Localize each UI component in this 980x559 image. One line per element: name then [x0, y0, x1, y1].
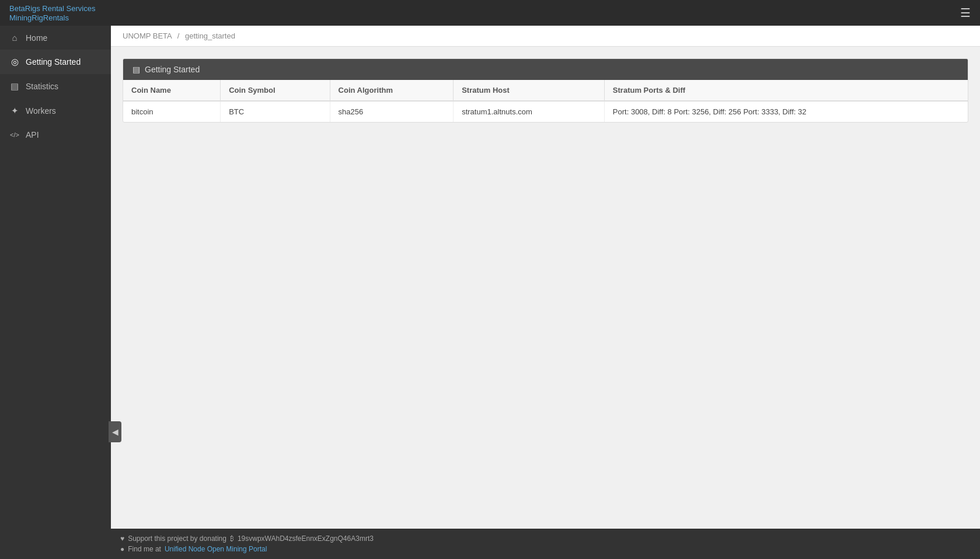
- sidebar-item-getting-started[interactable]: ◎ Getting Started: [0, 50, 111, 74]
- btc-address: 19svwpxWAhD4zsfeEnnxExZgnQ46A3mrt3: [238, 534, 374, 543]
- sidebar-item-api-label: API: [26, 130, 39, 139]
- circle-icon: ●: [120, 545, 124, 553]
- sidebar-item-home[interactable]: ⌂ Home: [0, 26, 111, 50]
- find-link[interactable]: Unified Node Open Mining Portal: [165, 545, 267, 553]
- topbar-links: BetaRigs Rental Services MiningRigRental…: [9, 4, 101, 22]
- card-header: ▤ Getting Started: [123, 59, 968, 80]
- sidebar-item-getting-started-label: Getting Started: [26, 57, 81, 67]
- hamburger-icon[interactable]: ☰: [960, 6, 971, 20]
- find-text: Find me at: [128, 545, 161, 553]
- cell-stratum-ports: Port: 3008, Diff: 8 Port: 3256, Diff: 25…: [604, 101, 968, 122]
- breadcrumb: UNOMP BETA / getting_started: [111, 26, 980, 47]
- breadcrumb-app: UNOMP BETA: [123, 32, 172, 40]
- col-coin-symbol: Coin Symbol: [221, 80, 330, 101]
- sidebar-item-home-label: Home: [26, 33, 47, 43]
- sidebar-item-statistics-label: Statistics: [26, 82, 58, 91]
- card-header-title: Getting Started: [145, 65, 200, 74]
- col-coin-name: Coin Name: [123, 80, 221, 101]
- breadcrumb-page: getting_started: [185, 32, 235, 40]
- donate-text: Support this project by donating: [128, 534, 226, 543]
- sidebar-item-workers-label: Workers: [26, 106, 56, 116]
- col-stratum-ports: Stratum Ports & Diff: [604, 80, 968, 101]
- footer: ♥ Support this project by donating ₿ 19s…: [111, 529, 980, 559]
- sidebar-item-api[interactable]: </> API: [0, 123, 111, 146]
- api-icon: </>: [9, 131, 20, 138]
- workers-icon: ✦: [9, 106, 20, 116]
- sidebar-item-workers[interactable]: ✦ Workers: [0, 99, 111, 123]
- sidebar: ⌂ Home ◎ Getting Started ▤ Statistics ✦ …: [0, 26, 111, 559]
- sidebar-item-statistics[interactable]: ▤ Statistics: [0, 74, 111, 99]
- cell-stratum-host: stratum1.altnuts.com: [454, 101, 605, 122]
- content-area: UNOMP BETA / getting_started ▤ Getting S…: [111, 26, 980, 559]
- col-coin-algorithm: Coin Algorithm: [330, 80, 454, 101]
- cell-coin-algorithm: sha256: [330, 101, 454, 122]
- footer-donate-line: ♥ Support this project by donating ₿ 19s…: [120, 534, 971, 543]
- getting-started-icon: ◎: [9, 57, 20, 67]
- table-row: bitcoin BTC sha256 stratum1.altnuts.com …: [123, 101, 968, 122]
- table-head: Coin Name Coin Symbol Coin Algorithm Str…: [123, 80, 968, 101]
- btc-icon: ₿: [230, 534, 234, 543]
- table-body: bitcoin BTC sha256 stratum1.altnuts.com …: [123, 101, 968, 122]
- topbar: BetaRigs Rental Services MiningRigRental…: [0, 0, 980, 26]
- main-layout: ⌂ Home ◎ Getting Started ▤ Statistics ✦ …: [0, 26, 980, 559]
- coin-table: Coin Name Coin Symbol Coin Algorithm Str…: [123, 80, 968, 122]
- col-stratum-host: Stratum Host: [454, 80, 605, 101]
- breadcrumb-separator: /: [177, 32, 180, 40]
- miningrig-link[interactable]: MiningRigRentals: [9, 13, 69, 22]
- card-header-icon: ▤: [132, 65, 140, 74]
- statistics-icon: ▤: [9, 81, 20, 92]
- betarigs-link[interactable]: BetaRigs Rental Services: [9, 4, 95, 13]
- getting-started-card: ▤ Getting Started Coin Name Coin Symbol …: [123, 58, 968, 123]
- cell-coin-symbol: BTC: [221, 101, 330, 122]
- table-header-row: Coin Name Coin Symbol Coin Algorithm Str…: [123, 80, 968, 101]
- cell-coin-name: bitcoin: [123, 101, 221, 122]
- heart-icon: ♥: [120, 534, 124, 543]
- sidebar-toggle[interactable]: ◀: [109, 421, 121, 442]
- page-content: ▤ Getting Started Coin Name Coin Symbol …: [111, 47, 980, 529]
- home-icon: ⌂: [9, 33, 20, 43]
- footer-find-line: ● Find me at Unified Node Open Mining Po…: [120, 545, 971, 553]
